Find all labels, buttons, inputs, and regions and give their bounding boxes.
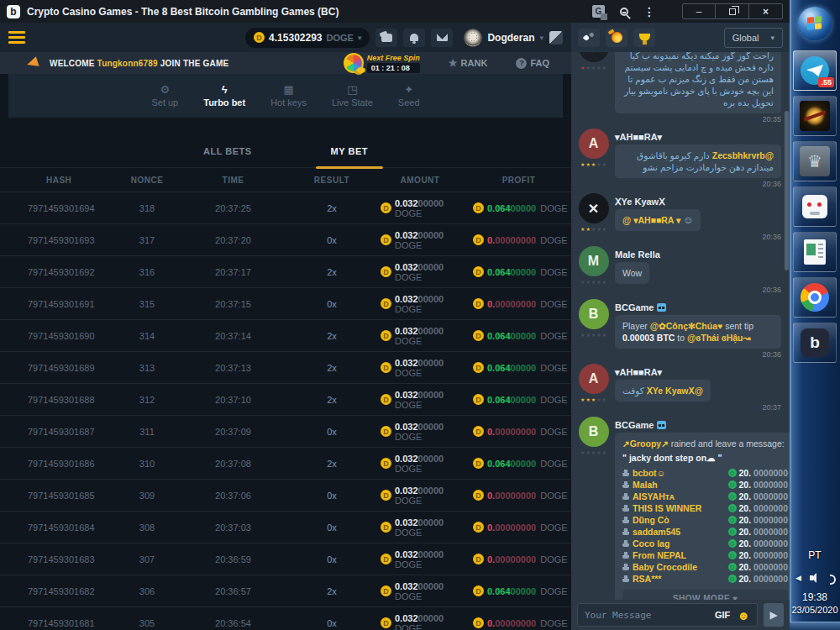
clock-date[interactable]: 23/05/2020: [791, 605, 837, 615]
bet-table-row[interactable]: 7971459301684 308 20:37:03 0x D 0.032000…: [0, 511, 571, 543]
chat-username[interactable]: ▾AH■■RA▾: [615, 130, 662, 144]
chat-username[interactable]: ⅩYe KyawⅩ: [615, 195, 665, 208]
chat-region-dropdown[interactable]: Global ▾: [724, 28, 783, 48]
tab-all-bets[interactable]: ALL BETS: [197, 134, 259, 167]
avatar[interactable]: A: [579, 129, 609, 159]
balance-pill[interactable]: D 4.15302293 DOGE ▾: [245, 28, 370, 48]
bet-table-row[interactable]: 7971459301687 311 20:37:09 0x D 0.032000…: [0, 415, 571, 447]
language-indicator[interactable]: PT: [808, 549, 821, 561]
gif-button[interactable]: GIF: [715, 610, 730, 620]
fireball-button[interactable]: [606, 29, 627, 47]
translate-icon[interactable]: G: [592, 5, 605, 18]
show-more-button[interactable]: SHOW MORE ▾: [622, 590, 788, 600]
show-desktop-button[interactable]: [790, 622, 840, 630]
game-tab[interactable]: ▦ Hot keys: [270, 84, 307, 108]
bet-table-row[interactable]: 7971459301690 314 20:37:14 2x D 0.032000…: [0, 319, 571, 351]
close-button[interactable]: ×: [749, 3, 783, 19]
chat-mention[interactable]: ↗Groopy↗: [622, 438, 669, 449]
welcome-username: Tungkonn6789: [97, 59, 158, 68]
game-tab[interactable]: ϟ Turbo bet: [203, 84, 245, 108]
chat-mention[interactable]: @ ▾AH■■RA ▾: [622, 215, 680, 225]
user-menu[interactable]: Dogderan ▾: [464, 29, 543, 47]
rain-recipient-name[interactable]: From NEPAL: [633, 549, 686, 561]
chat-input[interactable]: [585, 610, 708, 621]
document-icon: [804, 239, 826, 265]
zoom-search-icon[interactable]: [620, 8, 628, 16]
taskbar-dice-bot[interactable]: [793, 186, 837, 227]
chat-username[interactable]: Male Rella: [615, 248, 660, 261]
bet-table-row[interactable]: 7971459301688 312 20:37:10 2x D 0.032000…: [0, 383, 571, 415]
bet-table-row[interactable]: 7971459301692 316 20:37:17 2x D 0.032000…: [0, 255, 571, 287]
bet-profit: D 0.00000000 DOGE: [466, 554, 571, 564]
rain-recipient-name[interactable]: RSA***: [633, 573, 661, 585]
faq-button[interactable]: ? FAQ: [516, 58, 549, 69]
bet-result: 0x: [290, 235, 374, 245]
trophy-button[interactable]: [633, 29, 655, 47]
taskbar-game[interactable]: [793, 96, 837, 136]
hidden-icons-arrow[interactable]: ◀: [795, 574, 801, 582]
rain-recipient-name[interactable]: saddam545: [633, 526, 680, 538]
bet-table-row[interactable]: 7971459301681 305 20:36:54 0x D 0.032000…: [0, 606, 571, 630]
taskbar-bcgame[interactable]: b: [793, 323, 837, 363]
rain-recipient-name[interactable]: Malah: [633, 479, 658, 491]
rain-recipient-name[interactable]: Coco lag: [633, 538, 669, 549]
minimize-button[interactable]: –: [682, 3, 716, 19]
chat-username[interactable]: BCGame: [615, 301, 654, 314]
game-tab[interactable]: ◳ Live State: [332, 84, 373, 108]
chevron-down-icon: ▾: [770, 34, 774, 42]
bet-table-row[interactable]: 7971459301682 306 20:36:57 2x D 0.032000…: [0, 575, 571, 606]
avatar[interactable]: B: [579, 417, 609, 447]
messages-button[interactable]: [431, 29, 453, 47]
avatar[interactable]: B: [579, 299, 609, 329]
taskbar-document-app[interactable]: [793, 232, 837, 272]
chat-mention[interactable]: @ⅩYe KyawⅩ: [647, 386, 703, 396]
bet-table-row[interactable]: 7971459301683 307 20:36:59 0x D 0.032000…: [0, 543, 571, 575]
wallet-button[interactable]: [375, 29, 397, 47]
welcome-banner: WELCOME Tungkonn6789 JOIN THE GAME Next …: [0, 52, 571, 74]
emoji-button[interactable]: ☻: [737, 609, 750, 622]
bet-table-row[interactable]: 7971459301685 309 20:37:06 0x D 0.032000…: [0, 479, 571, 511]
taskbar-chrome[interactable]: [793, 277, 837, 318]
megaphone-icon: [25, 56, 39, 69]
clock-time[interactable]: 19:38: [802, 591, 827, 603]
chat-username[interactable]: BCGame: [615, 418, 654, 432]
rank-button[interactable]: ★ RANK: [449, 57, 488, 69]
chat-toggle-icon[interactable]: [549, 31, 563, 45]
taskbar-telegram[interactable]: .55: [793, 50, 837, 91]
rain-button[interactable]: [578, 29, 600, 47]
chat-mention[interactable]: @ɞThái ɞHậu↝: [687, 333, 750, 343]
game-tab[interactable]: ✦ Seed: [398, 84, 420, 108]
bet-table-row[interactable]: 7971459301686 310 20:37:08 2x D 0.032000…: [0, 447, 571, 479]
taskbar-crown-app[interactable]: ♛: [793, 141, 837, 181]
rain-recipient-name[interactable]: THIS IS WINNER: [633, 502, 701, 514]
tab-my-bet[interactable]: MY BET: [324, 134, 375, 167]
bet-table-row[interactable]: 7971459301691 315 20:37:15 0x D 0.032000…: [0, 287, 571, 319]
bet-table-row[interactable]: 7971459301694 318 20:37:25 2x D 0.032000…: [0, 192, 571, 223]
menu-dots-icon[interactable]: ⋮: [643, 5, 655, 18]
free-spin-widget[interactable]: Next Free Spin 01 : 21 : 08: [344, 53, 420, 73]
rain-recipient-name[interactable]: bcbot☺: [633, 467, 665, 479]
rain-recipient-name[interactable]: Baby Crocodile: [633, 561, 697, 573]
hamburger-menu-icon[interactable]: [8, 31, 25, 44]
avatar[interactable]: ✦: [579, 52, 609, 62]
chat-mention[interactable]: @✿Cônç✻Chúa♥: [650, 321, 723, 331]
game-tab[interactable]: ⚙ Set up: [151, 84, 178, 108]
volume-icon[interactable]: [810, 573, 822, 583]
start-button[interactable]: [793, 2, 837, 45]
avatar[interactable]: A: [579, 364, 609, 394]
notifications-button[interactable]: [403, 29, 425, 47]
chat-scrollbar[interactable]: [785, 111, 789, 270]
bet-table-row[interactable]: 7971459301689 313 20:37:13 2x D 0.032000…: [0, 351, 571, 383]
send-button[interactable]: ▶: [764, 603, 784, 627]
chat-username[interactable]: ▾AH■■RA▾: [615, 365, 662, 379]
rain-recipient-name[interactable]: AISYAHᴛᴀ: [633, 491, 675, 502]
rain-recipient-name[interactable]: Dũng Cò: [633, 514, 669, 526]
bet-result: 2x: [290, 363, 374, 373]
restore-button[interactable]: [716, 3, 749, 19]
chat-mention[interactable]: @Zecsbhkrvrb: [712, 150, 774, 160]
avatar[interactable]: ✕: [579, 193, 609, 223]
avatar[interactable]: M: [579, 246, 609, 276]
bet-profit: D 0.06400000 DOGE: [466, 266, 571, 277]
chat-message: ✦ ★★★★★ @Btcmagnifier پشت سیستم نشسته را…: [578, 52, 781, 123]
bet-table-row[interactable]: 7971459301693 317 20:37:20 0x D 0.032000…: [0, 223, 571, 255]
